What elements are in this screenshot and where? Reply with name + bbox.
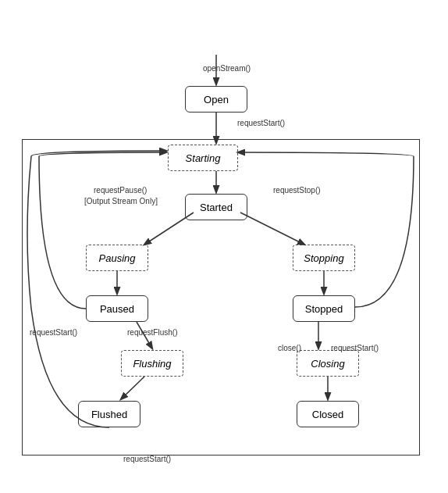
- state-paused-label: Paused: [100, 303, 134, 315]
- state-stopped-label: Stopped: [305, 303, 343, 315]
- label-requeststart-left: requestStart(): [30, 328, 77, 337]
- svg-line-9: [121, 377, 144, 399]
- state-open-label: Open: [204, 94, 229, 105]
- state-starting: Starting: [168, 145, 238, 171]
- state-started-label: Started: [200, 202, 233, 213]
- label-output-stream: [Output Stream Only]: [84, 197, 158, 205]
- label-openstream: openStream(): [203, 64, 251, 73]
- state-starting-label: Starting: [186, 152, 221, 164]
- label-requeststart-right: requestStart(): [331, 344, 379, 352]
- state-flushed-label: Flushed: [91, 409, 127, 420]
- state-pausing-label: Pausing: [99, 252, 136, 264]
- state-open: Open: [185, 86, 247, 113]
- label-requeststop: requestStop(): [273, 186, 321, 195]
- state-closing-label: Closing: [311, 358, 344, 370]
- state-paused: Paused: [86, 295, 148, 322]
- state-started: Started: [185, 194, 247, 220]
- state-pausing: Pausing: [86, 245, 148, 271]
- state-diagram: Open Starting Started Pausing Paused Sto…: [0, 0, 448, 493]
- label-requestflush: requestFlush(): [127, 328, 177, 337]
- state-flushing-label: Flushing: [133, 358, 171, 370]
- state-flushed: Flushed: [78, 401, 140, 427]
- state-closed-label: Closed: [312, 409, 343, 420]
- state-stopping-label: Stopping: [304, 252, 343, 264]
- label-close: close(): [278, 344, 301, 352]
- arrows-svg: [0, 0, 448, 493]
- state-stopped: Stopped: [293, 295, 355, 322]
- label-requeststart-1: requestStart(): [237, 119, 285, 127]
- state-stopping: Stopping: [293, 245, 355, 271]
- state-flushing: Flushing: [121, 350, 183, 377]
- label-requeststart-bottom: requestStart(): [123, 455, 171, 463]
- svg-line-5: [240, 213, 304, 245]
- state-closed: Closed: [297, 401, 359, 427]
- state-closing: Closing: [297, 350, 359, 377]
- label-requestpause: requestPause(): [94, 186, 147, 195]
